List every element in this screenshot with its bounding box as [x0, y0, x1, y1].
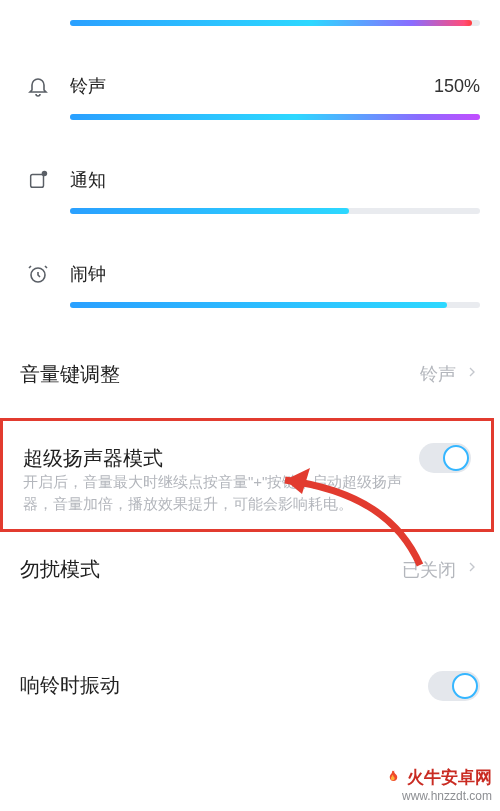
- dnd-title: 勿扰模式: [20, 556, 100, 583]
- chevron-right-icon: [464, 559, 480, 580]
- flame-icon: [383, 769, 401, 787]
- super-speaker-desc: 开启后，音量最大时继续点按音量"+"按键，启动超级扬声器，音量加倍，播放效果提升…: [3, 471, 491, 515]
- volume-key-adjust-row[interactable]: 音量键调整 铃声: [0, 342, 500, 406]
- notification-icon: [24, 166, 52, 194]
- ringtone-label: 铃声: [70, 74, 106, 98]
- ringtone-value: 150%: [434, 76, 480, 97]
- ringtone-volume-slider[interactable]: [70, 114, 480, 120]
- bell-icon: [24, 72, 52, 100]
- watermark-url: www.hnzzdt.com: [383, 789, 492, 805]
- ring-vibrate-row[interactable]: 响铃时振动: [0, 654, 500, 718]
- svg-rect-0: [31, 175, 44, 188]
- dnd-row[interactable]: 勿扰模式 已关闭: [0, 538, 500, 602]
- alarm-volume-slider[interactable]: [70, 302, 480, 308]
- sound-settings-screen: 铃声 150% 通知 闹钟 音量键调整 铃声: [0, 0, 500, 811]
- media-volume-slider[interactable]: [70, 20, 480, 26]
- volume-key-value: 铃声: [420, 362, 456, 386]
- svg-point-1: [42, 171, 47, 177]
- watermark-brand: 火牛安卓网: [407, 767, 492, 789]
- alarm-label: 闹钟: [70, 262, 106, 286]
- alarm-volume-row: 闹钟: [0, 260, 500, 308]
- ring-vibrate-toggle[interactable]: [428, 671, 480, 701]
- alarm-clock-icon: [24, 260, 52, 288]
- chevron-right-icon: [464, 364, 480, 385]
- notification-label: 通知: [70, 168, 106, 192]
- notification-volume-slider[interactable]: [70, 208, 480, 214]
- super-speaker-title: 超级扬声器模式: [23, 445, 163, 472]
- ringtone-volume-row: 铃声 150%: [0, 72, 500, 120]
- dnd-value: 已关闭: [402, 558, 456, 582]
- volume-key-title: 音量键调整: [20, 361, 120, 388]
- media-volume-row: [0, 0, 500, 26]
- super-speaker-toggle[interactable]: [419, 443, 471, 473]
- super-speaker-row[interactable]: 超级扬声器模式: [3, 421, 491, 477]
- notification-volume-row: 通知: [0, 166, 500, 214]
- ring-vibrate-title: 响铃时振动: [20, 672, 120, 699]
- super-speaker-highlight: 超级扬声器模式 开启后，音量最大时继续点按音量"+"按键，启动超级扬声器，音量加…: [0, 418, 494, 532]
- watermark: 火牛安卓网 www.hnzzdt.com: [383, 767, 492, 805]
